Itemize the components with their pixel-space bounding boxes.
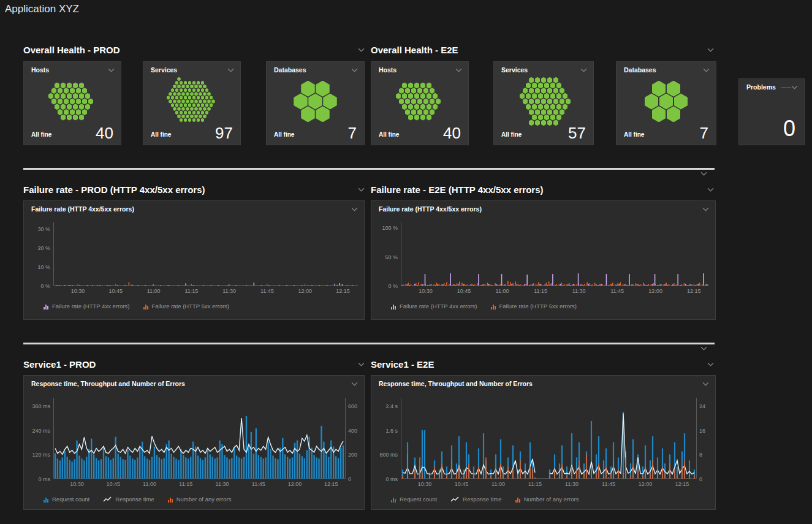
hexagon [61, 93, 66, 99]
hexagon [323, 93, 337, 109]
line-icon [450, 496, 459, 503]
section-title: Service1 - PROD [23, 359, 96, 370]
chart-tile-service1-e2e[interactable]: Response time, Throughput and Number of … [371, 375, 716, 510]
chevron-down-icon[interactable] [702, 207, 709, 211]
hexagon [85, 104, 91, 110]
hexagon [408, 82, 414, 88]
hexagon [194, 99, 198, 104]
hexagon [177, 77, 181, 82]
chart-title: Failure rate (HTTP 4xx/5xx errors) [379, 205, 482, 213]
legend-item: Response time [450, 496, 501, 503]
chevron-down-icon[interactable] [707, 362, 714, 366]
hexagon [171, 88, 175, 93]
chevron-down-icon[interactable] [702, 382, 709, 386]
hexagon [70, 109, 75, 115]
hexagon [541, 88, 547, 94]
legend-item: Request count [44, 496, 89, 503]
chevron-down-icon[interactable] [358, 48, 365, 52]
hexagon [199, 85, 202, 89]
tile-databases-prod[interactable]: Databases All fine 7 [266, 61, 365, 145]
chevron-down-icon[interactable] [358, 362, 365, 366]
hexagon [535, 77, 541, 83]
hexagon [541, 77, 547, 83]
hexagon [411, 88, 417, 94]
hexagon [207, 92, 211, 96]
hexagon [532, 93, 537, 99]
chart-tile-failure-e2e[interactable]: Failure rate (HTTP 4xx/5xx errors) 100 %… [371, 200, 716, 320]
hexagon [188, 88, 192, 93]
chevron-down-icon[interactable] [707, 188, 714, 192]
x-axis-label: 10:45 [449, 481, 474, 487]
x-axis-label: 10:30 [412, 481, 437, 487]
x-axis-label: 10:30 [414, 288, 438, 294]
chevron-down-icon[interactable] [455, 68, 462, 72]
page-title: Application XYZ [5, 3, 79, 15]
hexagon [205, 88, 209, 93]
tile-services-e2e[interactable]: Services All fine 57 [493, 61, 594, 145]
x-axis-label: 12:15 [319, 481, 343, 487]
hexagon [70, 88, 75, 94]
hexagon [173, 85, 176, 89]
status-label: All fine [31, 131, 51, 141]
chevron-down-icon[interactable] [580, 68, 587, 72]
tile-hosts-prod[interactable]: Hosts All fine 40 [23, 61, 121, 145]
chevron-down-icon[interactable] [707, 48, 714, 52]
chart-title: Failure rate (HTTP 4xx/5xx errors) [31, 205, 134, 213]
section-divider [23, 343, 715, 344]
hexagon [180, 103, 183, 107]
tile-services-prod[interactable]: Services All fine 97 [143, 61, 241, 145]
tile-problems[interactable]: Problems 0 [738, 78, 805, 145]
hexagon [184, 110, 188, 115]
hexagon [181, 107, 185, 111]
chevron-down-icon[interactable] [700, 346, 707, 351]
hexagon [399, 88, 404, 94]
hexagon [550, 115, 556, 121]
hexagon [180, 81, 183, 85]
chevron-down-icon[interactable] [108, 68, 115, 72]
chart-tile-failure-prod[interactable]: Failure rate (HTTP 4xx/5xx errors) 30 %2… [23, 200, 365, 320]
chevron-down-icon[interactable] [358, 188, 365, 192]
hexagon [82, 109, 88, 115]
chevron-down-icon[interactable] [351, 68, 358, 72]
hexagon [652, 106, 666, 122]
hexagon [427, 104, 432, 110]
chart-tile-service1-prod[interactable]: Response time, Throughput and Number of … [23, 375, 365, 510]
hexagon [520, 93, 525, 99]
x-axis-label: 11:30 [210, 481, 235, 487]
x-axis-label: 11:00 [490, 288, 515, 294]
hexagon [560, 109, 565, 115]
hexagon [405, 109, 411, 115]
hexagon [180, 118, 183, 123]
chevron-down-icon[interactable] [351, 207, 358, 211]
hexagon [48, 93, 54, 99]
y-axis-label: 20 % [37, 245, 50, 251]
hexagon [207, 107, 211, 111]
hexagon [61, 82, 66, 88]
hexagon [76, 88, 82, 94]
legend-label: Number of any errors [524, 496, 579, 503]
hexagon [427, 82, 432, 88]
hexagon [529, 88, 534, 94]
tile-title: Services [151, 66, 177, 74]
tile-databases-e2e[interactable]: Databases All fine 7 [616, 61, 716, 145]
chevron-down-icon[interactable] [791, 85, 798, 89]
hexagon [556, 104, 562, 110]
hexagon [67, 82, 72, 88]
tile-hosts-e2e[interactable]: Hosts All fine 40 [371, 61, 469, 145]
chevron-down-icon[interactable] [351, 382, 358, 386]
chart-canvas [53, 222, 358, 286]
y-axis-label: 100 % [382, 225, 398, 231]
hexagon [73, 115, 78, 121]
hexagon [186, 115, 189, 119]
chevron-down-icon[interactable] [700, 172, 707, 176]
hexagon [550, 93, 556, 99]
chevron-down-icon[interactable] [227, 68, 234, 72]
chevron-down-icon[interactable] [703, 68, 710, 72]
hexagon [538, 93, 544, 99]
hexagon [316, 81, 330, 97]
hexagon [316, 106, 330, 122]
x-axis-label: 11:15 [523, 481, 547, 487]
hexagon [190, 92, 194, 96]
hexagon [405, 88, 411, 94]
honeycomb [379, 77, 461, 126]
